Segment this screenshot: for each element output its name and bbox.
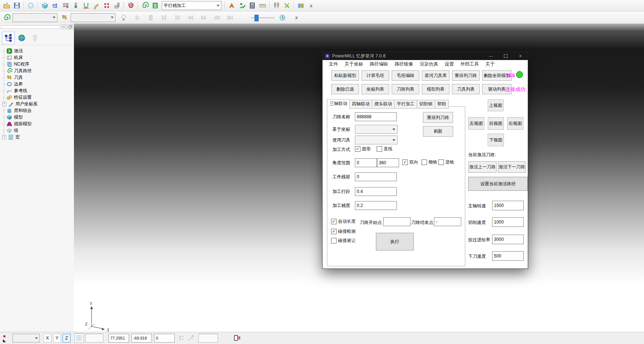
tree-expander[interactable]: +: [2, 102, 6, 106]
use-tool-select[interactable]: [355, 136, 398, 144]
clipboard-pause-icon[interactable]: [233, 334, 241, 342]
cutting-feed-input[interactable]: 1000: [492, 217, 524, 227]
coord-list-button[interactable]: 坐标列表: [362, 84, 389, 94]
right-view-button[interactable]: 右视图: [507, 117, 523, 130]
menu-settings[interactable]: 设置: [441, 61, 457, 67]
conventional-mill-checkbox[interactable]: 逆铣: [438, 159, 454, 165]
sim-light-button[interactable]: [118, 13, 129, 23]
tree-item-machine[interactable]: 机床: [1, 54, 74, 61]
sim-step-forward-button[interactable]: [172, 13, 182, 23]
line-mode-checkbox[interactable]: 直线: [377, 146, 392, 152]
sim-clock-button[interactable]: [277, 13, 288, 23]
grid-snap-button[interactable]: [74, 333, 84, 343]
tree-item-stock-models[interactable]: 残留模型: [1, 120, 74, 127]
tab-parallel[interactable]: 平行加工: [394, 100, 417, 109]
calc-block-button[interactable]: 计算毛坯: [362, 70, 389, 81]
open-project-button[interactable]: [1, 0, 12, 11]
tree-item-workplanes[interactable]: +用户坐标系: [1, 101, 74, 107]
climb-mill-checkbox[interactable]: 顺铣: [421, 159, 437, 165]
statusbar-combo[interactable]: [13, 334, 40, 343]
end-point-input[interactable]: -: [434, 217, 461, 226]
sim-tool-combo[interactable]: [71, 13, 115, 22]
activate-prev-toolpath-button[interactable]: 激活上一刀路: [468, 161, 497, 173]
skim-feed-input[interactable]: 3000: [492, 235, 524, 244]
menu-coords[interactable]: 关于坐标: [341, 61, 366, 67]
tree-item-feature-sets[interactable]: 特征设置: [1, 94, 74, 101]
tree-expander[interactable]: +: [2, 135, 6, 139]
collision-check-button[interactable]: [227, 0, 237, 11]
slider-handle[interactable]: [255, 15, 259, 21]
save-project-button[interactable]: [12, 0, 22, 11]
refresh-button[interactable]: 刷新: [423, 126, 453, 137]
bottom-view-button[interactable]: 下视图: [488, 134, 504, 146]
tree-item-macros[interactable]: +宏: [1, 134, 74, 140]
tree-item-nc-programs[interactable]: NC程序: [1, 61, 74, 67]
maximize-button[interactable]: [498, 52, 513, 60]
delete-selected-button[interactable]: 删除已选: [331, 84, 359, 94]
cursor-x-readout[interactable]: 77.2951: [108, 334, 129, 343]
axis-z-button[interactable]: Z: [63, 334, 71, 343]
plunge-feed-input[interactable]: 500: [492, 251, 524, 261]
nc-program-list-button[interactable]: [150, 0, 160, 11]
left-view-button[interactable]: 左视图: [468, 117, 484, 130]
pane-float-button[interactable]: [67, 24, 73, 29]
axis-y-button[interactable]: Y: [53, 334, 61, 343]
view-orientation-widget[interactable]: [1, 333, 11, 343]
menu-path-edit[interactable]: 路径编辑: [366, 61, 391, 67]
tab-help[interactable]: 帮助: [435, 100, 449, 109]
sim-go-end-button[interactable]: [225, 13, 235, 23]
sim-fast-forward-button[interactable]: [199, 13, 209, 23]
start-point-input[interactable]: [383, 217, 410, 226]
tab-3axis[interactable]: 三轴联动: [327, 99, 350, 109]
sim-play-button[interactable]: [132, 13, 143, 23]
angle-to-input[interactable]: 360: [377, 158, 399, 167]
sim-tool-button[interactable]: [60, 13, 70, 23]
tab-tilt-head[interactable]: 摆头联动: [372, 100, 395, 109]
sim-step-back-button[interactable]: [159, 13, 169, 23]
menu-render-sim[interactable]: 渲染仿真: [416, 61, 441, 67]
swap-arrows-button[interactable]: [282, 0, 292, 11]
menu-external-tools[interactable]: 外部工具: [457, 61, 482, 67]
top-view-button[interactable]: 上视图: [488, 99, 504, 111]
collision-avoid-checkbox[interactable]: 碰撞避让: [331, 238, 356, 244]
tab-explorer-tree[interactable]: [2, 32, 15, 44]
calculator-button[interactable]: [247, 0, 257, 11]
sim-toolpath-button[interactable]: [1, 13, 12, 23]
cursor-y-readout[interactable]: -69.918: [131, 334, 152, 343]
toolpath-list-button[interactable]: 刀路列表: [392, 84, 419, 94]
block-button[interactable]: [40, 0, 50, 11]
front-view-button[interactable]: 前视图: [488, 117, 504, 130]
set-active-path-button[interactable]: 设置当前激活路径: [468, 177, 528, 191]
tool-holder-button[interactable]: [126, 0, 136, 11]
pane-grip-button[interactable]: [61, 24, 67, 29]
sim-speed-slider[interactable]: [251, 14, 274, 21]
measure-button[interactable]: [257, 0, 268, 11]
pane-scrollbar[interactable]: [1, 25, 60, 29]
bidirectional-checkbox[interactable]: 双向: [402, 159, 418, 165]
sim-go-start-button[interactable]: [212, 13, 222, 23]
angle-from-input[interactable]: 0: [355, 158, 377, 167]
menu-path-mirror[interactable]: 路径镜像: [391, 61, 416, 67]
feeds-speeds-button[interactable]: [60, 0, 71, 11]
tree-item-patterns[interactable]: 参考线: [1, 87, 74, 94]
base-coord-select[interactable]: [355, 125, 398, 134]
stepover-input[interactable]: 0.4: [355, 187, 397, 196]
block-edit-button[interactable]: 毛坯编辑: [392, 70, 419, 81]
grid-size-field[interactable]: [85, 334, 103, 343]
tree-item-toolpaths[interactable]: 刀具路径: [1, 67, 74, 74]
tool-list-button[interactable]: 刀具列表: [452, 84, 480, 94]
tool-library-button[interactable]: 星河刀具库: [422, 70, 449, 81]
tab-explorer-world[interactable]: [15, 32, 28, 44]
circle-mode-checkbox[interactable]: 圆形: [355, 146, 371, 152]
pattern-points-button[interactable]: [102, 0, 112, 11]
cursor-z-readout[interactable]: 0: [154, 334, 175, 343]
spindle-speed-input[interactable]: 1500: [492, 201, 524, 210]
tree-item-levels-sets[interactable]: 层和组合: [1, 107, 74, 114]
toolpath-name-input[interactable]: 888888: [355, 112, 397, 121]
tree-item-tools[interactable]: 刀具: [1, 74, 74, 81]
menu-about[interactable]: 关于: [482, 61, 498, 67]
tolerance-field[interactable]: [198, 334, 218, 343]
tab-explorer-trash[interactable]: [29, 32, 41, 44]
raster-toolpath-button[interactable]: [50, 0, 60, 11]
rearrange-button[interactable]: 重排列刀路: [423, 112, 453, 123]
